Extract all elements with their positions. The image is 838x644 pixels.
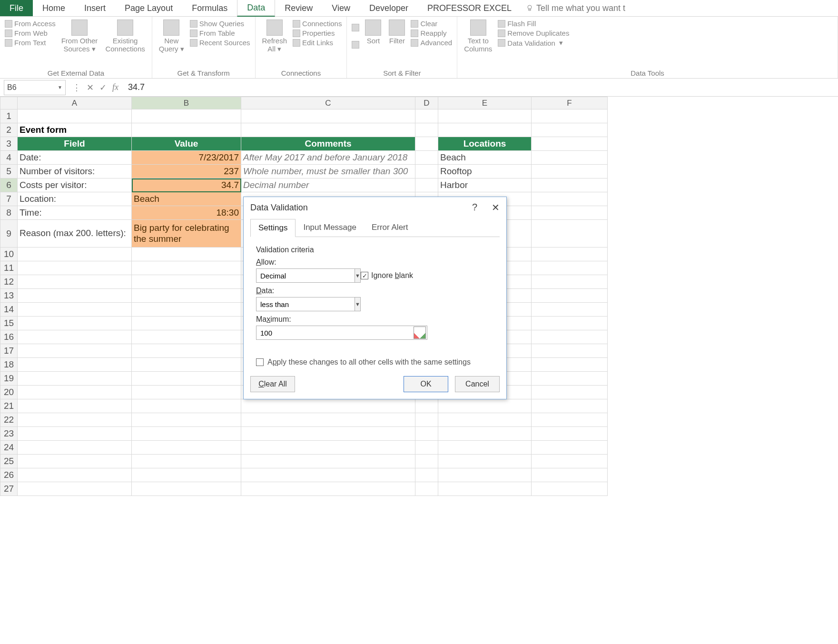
row-header[interactable]: 10 [0, 248, 18, 261]
cell[interactable]: Costs per visitor: [18, 178, 132, 192]
cell[interactable] [415, 109, 438, 123]
header-locations[interactable]: Locations [438, 137, 532, 151]
cell[interactable] [132, 386, 241, 399]
cell[interactable]: Beach [132, 192, 241, 206]
cell[interactable] [132, 303, 241, 317]
tell-me-search[interactable]: Tell me what you want t [526, 0, 625, 16]
data-validation-button[interactable]: Data Validation ▾ [498, 39, 569, 47]
cell[interactable] [18, 372, 132, 386]
row-header[interactable]: 27 [0, 482, 18, 496]
cell[interactable] [132, 468, 241, 482]
cell[interactable] [532, 192, 608, 206]
cell[interactable] [415, 151, 438, 165]
cell[interactable] [18, 289, 132, 303]
chevron-down-icon[interactable]: ▼ [355, 297, 361, 311]
cell[interactable] [438, 468, 532, 482]
cell[interactable] [532, 303, 608, 317]
row-header[interactable]: 19 [0, 372, 18, 386]
cell[interactable] [132, 344, 241, 358]
clear-all-button[interactable]: Clear All [250, 376, 295, 392]
row-header[interactable]: 8 [0, 206, 18, 220]
sort-button[interactable]: Sort [363, 20, 383, 45]
cell[interactable] [132, 123, 241, 137]
cell[interactable] [415, 399, 438, 413]
from-table-button[interactable]: From Table [190, 29, 250, 37]
tab-review[interactable]: Review [275, 0, 322, 16]
cell[interactable] [18, 468, 132, 482]
ignore-blank-checkbox[interactable]: ✓ Ignore blank [361, 271, 413, 280]
cell[interactable] [415, 455, 438, 468]
col-header-b[interactable]: B [132, 97, 241, 109]
row-header[interactable]: 3 [0, 137, 18, 151]
allow-value[interactable] [256, 268, 355, 283]
edit-links-button[interactable]: Edit Links [293, 39, 342, 47]
cell[interactable] [438, 482, 532, 496]
dialog-tab-error-alert[interactable]: Error Alert [364, 219, 416, 237]
cell[interactable] [438, 427, 532, 441]
apply-checkbox[interactable] [256, 358, 264, 366]
cell[interactable] [532, 441, 608, 455]
chevron-down-icon[interactable]: ▼ [355, 268, 361, 283]
fx-icon[interactable]: fx [112, 82, 118, 92]
cell[interactable] [532, 151, 608, 165]
row-header[interactable]: 2 [0, 123, 18, 137]
cell[interactable] [241, 123, 415, 137]
row-header[interactable]: 7 [0, 192, 18, 206]
cell[interactable] [415, 137, 438, 151]
cell[interactable] [438, 455, 532, 468]
clear-button[interactable]: Clear [411, 20, 452, 28]
cell[interactable] [18, 317, 132, 330]
cell[interactable] [18, 248, 132, 261]
ok-button[interactable]: OK [404, 376, 448, 392]
cell[interactable] [18, 261, 132, 275]
col-header-a[interactable]: A [18, 97, 132, 109]
cell[interactable] [532, 372, 608, 386]
formula-input[interactable]: 34.7 [123, 82, 838, 92]
cell[interactable] [532, 165, 608, 178]
cell[interactable] [132, 317, 241, 330]
row-header[interactable]: 13 [0, 289, 18, 303]
row-header[interactable]: 25 [0, 455, 18, 468]
col-header-f[interactable]: F [532, 97, 608, 109]
cell[interactable] [18, 427, 132, 441]
row-header[interactable]: 9 [0, 220, 18, 248]
from-web-button[interactable]: From Web [5, 29, 56, 37]
cell[interactable]: Rooftop [438, 165, 532, 178]
flash-fill-button[interactable]: Flash Fill [498, 20, 569, 28]
header-field[interactable]: Field [18, 137, 132, 151]
cell[interactable] [132, 109, 241, 123]
cell[interactable] [438, 441, 532, 455]
cell[interactable] [132, 482, 241, 496]
remove-duplicates-button[interactable]: Remove Duplicates [498, 29, 569, 37]
row-header[interactable]: 6 [0, 178, 18, 192]
range-picker-icon[interactable] [414, 327, 426, 339]
cell[interactable] [241, 427, 415, 441]
cell[interactable] [415, 468, 438, 482]
cell[interactable] [132, 261, 241, 275]
cell[interactable] [132, 399, 241, 413]
tab-page-layout[interactable]: Page Layout [115, 0, 182, 16]
cell[interactable] [532, 289, 608, 303]
col-header-d[interactable]: D [415, 97, 438, 109]
cell[interactable] [18, 109, 132, 123]
refresh-all-button[interactable]: RefreshAll ▾ [260, 20, 289, 53]
reapply-button[interactable]: Reapply [411, 29, 452, 37]
text-to-columns-button[interactable]: Text toColumns [462, 20, 494, 53]
tab-insert[interactable]: Insert [75, 0, 115, 16]
cell[interactable] [415, 165, 438, 178]
cell[interactable] [18, 303, 132, 317]
from-other-sources-button[interactable]: From OtherSources ▾ [59, 20, 100, 53]
cell[interactable]: Big party for celebrating the summer [132, 220, 241, 248]
data-combo[interactable]: ▼ [256, 297, 351, 311]
cell[interactable] [532, 137, 608, 151]
row-header[interactable]: 23 [0, 427, 18, 441]
row-header[interactable]: 18 [0, 358, 18, 372]
row-header[interactable]: 17 [0, 344, 18, 358]
tab-home[interactable]: Home [33, 0, 75, 16]
cell[interactable] [415, 482, 438, 496]
cell[interactable] [438, 109, 532, 123]
new-query-button[interactable]: NewQuery ▾ [157, 20, 186, 53]
cell[interactable] [241, 441, 415, 455]
cell[interactable] [532, 220, 608, 248]
cell[interactable] [18, 386, 132, 399]
